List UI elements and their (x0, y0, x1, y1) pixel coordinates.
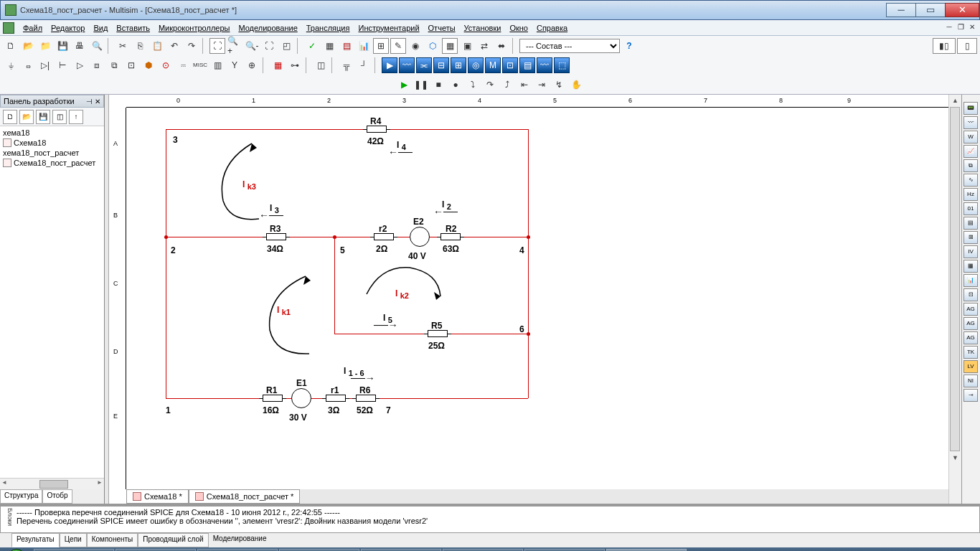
design-tree[interactable]: хема18 Схема18 хема18_пост_расчет Схема1… (0, 126, 104, 478)
cut-icon[interactable]: ✂ (115, 38, 131, 54)
logic-an-icon[interactable]: ▤ (963, 217, 978, 230)
scope-icon[interactable]: 📈 (963, 145, 978, 158)
zoom-out-icon[interactable]: 🔍- (244, 38, 260, 54)
power-icon[interactable]: ⎓ (175, 57, 191, 73)
source-e1[interactable] (291, 388, 311, 408)
xfr-icon[interactable]: ⇄ (476, 38, 492, 54)
resistor-r4[interactable] (367, 126, 387, 133)
step-over-icon[interactable]: ↷ (482, 77, 498, 93)
elec-icon[interactable]: ▦ (442, 38, 458, 54)
resistor-r5[interactable] (428, 330, 448, 337)
rf-icon[interactable]: Y (227, 57, 242, 73)
paste-icon[interactable]: 📋 (149, 38, 165, 54)
db-icon[interactable]: ▦ (321, 38, 337, 54)
logic-conv-icon[interactable]: ⊞ (963, 231, 978, 244)
panel-pin-icon[interactable]: ⊣ ✕ (86, 98, 100, 105)
full-screen-icon[interactable]: ⛶ (209, 38, 225, 54)
maximize-button[interactable]: ▭ (915, 3, 946, 17)
close-button[interactable] (945, 3, 979, 17)
step-in-icon[interactable]: ⤵ (465, 77, 481, 93)
sa-icon[interactable]: ⫘ (416, 57, 432, 73)
ground-icon[interactable]: ⏚ (3, 57, 19, 73)
fgen-icon[interactable]: 〰 (963, 116, 978, 129)
graph-icon[interactable]: ▤ (339, 38, 354, 54)
mcu-icon[interactable]: ▣ (459, 38, 475, 54)
connector-icon[interactable]: ⊶ (287, 57, 303, 73)
hand-icon[interactable]: ✋ (568, 77, 584, 93)
net-an-icon[interactable]: ⊡ (963, 288, 978, 301)
capture-icon[interactable]: ◉ (407, 38, 423, 54)
menu-options[interactable]: Установки (460, 22, 506, 34)
ct-icon[interactable]: ⬚ (554, 57, 570, 73)
schematic-canvas[interactable]: R4 42Ω R3 34Ω r2 2Ω E2 40 V R2 63Ω R5 25… (126, 108, 948, 489)
source-e2[interactable] (410, 227, 430, 247)
back-icon[interactable]: ⇤ (517, 77, 532, 93)
osc-icon[interactable]: 〰 (399, 57, 415, 73)
menu-tools[interactable]: Инструментарий (354, 22, 423, 34)
dmm-icon[interactable]: ⊡ (502, 57, 518, 73)
edit-icon[interactable]: ✎ (390, 38, 406, 54)
menu-file[interactable]: Файл (19, 22, 47, 34)
zoom-fit-icon[interactable]: ⛶ (261, 38, 277, 54)
undo-icon[interactable]: ↶ (166, 38, 182, 54)
junction-icon[interactable]: ┘ (356, 57, 372, 73)
resistor-r1s[interactable] (326, 395, 346, 402)
properties-icon[interactable]: ✓ (304, 38, 320, 54)
trigger-icon[interactable]: ↯ (551, 77, 567, 93)
preview-icon[interactable]: 🔍 (89, 38, 105, 54)
menu-insert[interactable]: Вставить (112, 22, 154, 34)
menu-transfer[interactable]: Трансляция (302, 22, 354, 34)
spec-an-icon[interactable]: 📊 (963, 274, 978, 287)
opamp-icon[interactable]: ▷ (72, 57, 88, 73)
iv-icon[interactable]: IV (963, 245, 978, 258)
start-button[interactable] (0, 547, 33, 551)
menu-help[interactable]: Справка (532, 22, 572, 34)
doc-tab-2[interactable]: Схема18_пост_расчет * (189, 489, 301, 504)
toggle-a-icon[interactable]: ▮▯ (933, 38, 956, 54)
step-out-icon[interactable]: ⤴ (499, 77, 515, 93)
ulti-icon[interactable]: ⬡ (425, 38, 440, 54)
play-icon[interactable]: ▶ (396, 77, 412, 93)
new-icon[interactable]: 🗋 (3, 38, 19, 54)
diode-icon[interactable]: ▷| (37, 57, 53, 73)
toggle-b-icon[interactable]: ▯ (957, 38, 977, 54)
menu-edit[interactable]: Редактор (47, 22, 89, 34)
log-tab-components[interactable]: Компоненты (87, 533, 138, 547)
breadboard-icon[interactable]: ⊞ (373, 38, 389, 54)
indicator-icon[interactable]: ⊙ (158, 57, 174, 73)
labview-icon[interactable]: LV (963, 360, 978, 373)
zoom-in-icon[interactable]: 🔍+ (227, 38, 242, 54)
log-tab-nets[interactable]: Цепи (60, 533, 87, 547)
bp-icon[interactable]: ▤ (519, 57, 535, 73)
la-icon[interactable]: ⊞ (451, 57, 466, 73)
run-icon[interactable]: ▶ (382, 57, 397, 73)
mdi-restore-icon[interactable]: ❐ (956, 23, 966, 33)
panel-hscroll[interactable] (0, 478, 104, 489)
copy-icon[interactable]: ⎘ (132, 38, 148, 54)
resistor-r1[interactable] (263, 395, 283, 402)
resistor-icon[interactable]: ⏛ (20, 57, 36, 73)
mdi-minimize-icon[interactable]: ─ (944, 23, 954, 33)
resistor-r2s[interactable] (374, 233, 394, 240)
menu-window[interactable]: Окно (505, 22, 532, 34)
fwd-icon[interactable]: ⇥ (534, 77, 550, 93)
zoom-area-icon[interactable]: ◰ (278, 38, 294, 54)
log-tab-results[interactable]: Результаты (11, 533, 60, 547)
panel-up-icon[interactable]: ↑ (69, 110, 83, 124)
watt-icon[interactable]: W (963, 131, 978, 143)
bode-icon[interactable]: ∿ (963, 174, 978, 187)
agilent-mm-icon[interactable]: AG (963, 317, 978, 330)
panel-save-icon[interactable]: 💾 (36, 110, 50, 124)
agilent-fg-icon[interactable]: AG (963, 303, 978, 316)
agilent-sc-icon[interactable]: AG (963, 331, 978, 344)
panel-hier-icon[interactable]: ◫ (52, 110, 67, 124)
ni-icon[interactable]: ▦ (270, 57, 286, 73)
elvis-icon[interactable]: NI (963, 375, 978, 387)
electromech-icon[interactable]: ⊕ (244, 57, 260, 73)
resistor-r6[interactable] (356, 395, 376, 402)
dist-an-icon[interactable]: ▦ (963, 260, 978, 273)
wordgen-icon[interactable]: 01 (963, 202, 978, 215)
cmos-icon[interactable]: ⧉ (106, 57, 122, 73)
minimize-button[interactable]: ─ (886, 3, 916, 17)
misc-icon[interactable]: MISC (192, 57, 208, 73)
